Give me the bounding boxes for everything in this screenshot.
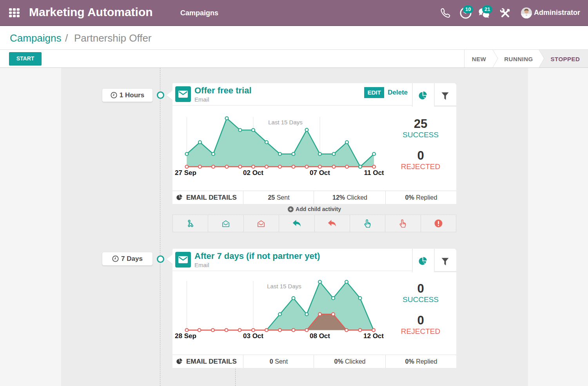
svg-text:12 Oct: 12 Oct bbox=[363, 332, 384, 340]
svg-text:03 Oct: 03 Oct bbox=[243, 332, 263, 340]
svg-text:Last 15 Days: Last 15 Days bbox=[268, 119, 303, 126]
svg-text:28 Sep: 28 Sep bbox=[175, 332, 196, 340]
svg-text:NEW: NEW bbox=[472, 56, 486, 62]
svg-text:27 Sep: 27 Sep bbox=[175, 169, 196, 177]
svg-text:02 Oct: 02 Oct bbox=[243, 169, 263, 177]
svg-text:11 Oct: 11 Oct bbox=[364, 169, 384, 177]
svg-text:07 Oct: 07 Oct bbox=[310, 169, 330, 177]
svg-text:08 Oct: 08 Oct bbox=[310, 332, 330, 340]
svg-text:RUNNING: RUNNING bbox=[504, 56, 533, 62]
svg-text:Last 15 Days: Last 15 Days bbox=[267, 283, 301, 290]
svg-text:STOPPED: STOPPED bbox=[551, 56, 580, 62]
